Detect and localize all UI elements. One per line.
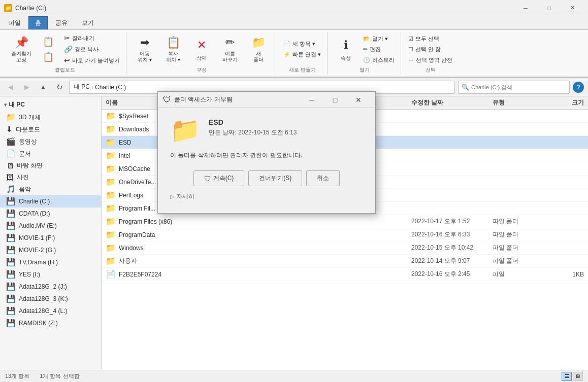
quick-access-button[interactable]: ⚡ 빠른 연결 ▾ xyxy=(281,50,323,59)
sidebar-item-movie2[interactable]: 💾 MOVIE-2 (G:) xyxy=(0,244,101,256)
table-row[interactable]: 📁 사용자 2022-10-14 오후 9:07 파일 폴더 xyxy=(102,255,588,268)
edit-button[interactable]: ✏ 편집 xyxy=(361,45,397,54)
move-button[interactable]: ➡ 이동 위치 ▾ xyxy=(132,34,158,64)
help-button[interactable]: ? xyxy=(573,82,584,93)
properties-icon: ℹ xyxy=(338,37,354,53)
sidebar-mypc-header[interactable]: ▾ 내 PC xyxy=(0,98,101,111)
sidebar-item-adata4[interactable]: 💾 Adata128G_4 (L:) xyxy=(0,305,101,317)
item-count: 13개 항목 xyxy=(5,372,29,380)
sidebar-item-adata2[interactable]: 💾 Adata128G_2 (J:) xyxy=(0,281,101,293)
back-button[interactable]: ◀ xyxy=(4,81,17,94)
dialog-minimize-button[interactable]: ─ xyxy=(300,92,323,108)
copy-to-icon: 📋 xyxy=(165,36,181,49)
rename-button[interactable]: ✏ 이름 바꾸기 xyxy=(217,34,243,64)
open-label: 열기 xyxy=(360,66,370,74)
new-folder-button[interactable]: 📁 새 폴더 xyxy=(245,34,272,64)
shortcut-button[interactable]: ↩ 바로 가기 붙여넣기 xyxy=(62,55,122,65)
download-icon: ⬇ xyxy=(6,125,13,134)
dialog-cancel-button[interactable]: 취소 xyxy=(306,170,340,186)
sidebar-item-doc[interactable]: 📄 문서 xyxy=(0,148,101,160)
dialog-folder-date-value: 2022-10-15 오전 6:13 xyxy=(238,129,297,136)
invert-selection-button[interactable]: ↔ 선택 영역 반전 xyxy=(406,55,454,65)
open-icon: 📂 xyxy=(363,36,370,42)
table-row[interactable]: 📁 Windows 2022-10-15 오후 10:42 파일 폴더 xyxy=(102,241,588,255)
path-copy-label: 경로 복사 xyxy=(75,46,99,53)
close-button[interactable]: ✕ xyxy=(561,0,584,16)
new-folder-icon: 📁 xyxy=(250,36,267,49)
pin-button[interactable]: 📌 즐겨찾기 고정 xyxy=(8,34,35,64)
select-all-button[interactable]: ☑ 모두 선택 xyxy=(406,34,454,44)
clipboard-label: 클립보드 xyxy=(55,66,75,74)
search-input[interactable] xyxy=(471,84,566,90)
dialog-details[interactable]: ▷ 자세히 xyxy=(170,190,363,203)
file-type: 파일 폴더 xyxy=(493,257,543,265)
organize-label: 구성 xyxy=(197,66,207,74)
sidebar-item-audiomv-label: Audio,MV (E:) xyxy=(19,222,57,229)
copy-to-button[interactable]: 📋 복사 위치 ▾ xyxy=(160,34,186,64)
up-button[interactable]: ▲ xyxy=(37,81,50,94)
sidebar-item-video[interactable]: 🎬 동영상 xyxy=(0,135,101,148)
explorer-window: 📁 Charlie (C:) ─ □ ✕ 파일 홈 공유 보기 📌 즐겨찾기 고… xyxy=(0,0,588,382)
tab-home[interactable]: 홈 xyxy=(28,16,48,29)
new-item-button[interactable]: 📄 새 항목 ▾ xyxy=(281,39,323,49)
select-group: ☑ 모두 선택 ☐ 선택 안 함 ↔ 선택 영역 반전 선택 xyxy=(402,32,459,75)
open-group-content: ℹ 속성 📂 열기 ▾ ✏ 편집 🕒 xyxy=(333,33,397,65)
cut-button[interactable]: ✂ 잘라내기 xyxy=(62,33,122,43)
sidebar-item-ramdisk[interactable]: 💾 RAMDISK (Z:) xyxy=(0,317,101,329)
header-date[interactable]: 수정한 날짜 xyxy=(411,98,493,107)
properties-button[interactable]: ℹ 속성 xyxy=(333,34,359,64)
file-type: 파일 xyxy=(493,270,543,279)
dialog-title: 폴더 액세스가 거부됨 xyxy=(174,95,297,104)
sidebar-item-adata3[interactable]: 💾 Adata128G_3 (K:) xyxy=(0,293,101,305)
header-type[interactable]: 유형 xyxy=(493,98,543,107)
header-size[interactable]: 크기 xyxy=(543,98,584,107)
table-row[interactable]: 📁 Program Files (x86) 2022-10-17 오후 1:52… xyxy=(102,215,588,228)
dialog-continue-button[interactable]: 🛡 계속(C) xyxy=(193,170,245,186)
new-group-content: 📄 새 항목 ▾ ⚡ 빠른 연결 ▾ xyxy=(281,33,323,65)
select-all-label: 모두 선택 xyxy=(415,35,439,43)
copy-button[interactable]: 📋 xyxy=(37,34,60,49)
forward-button[interactable]: ▶ xyxy=(20,81,34,94)
delete-button[interactable]: ✕ 삭제 xyxy=(188,34,215,64)
paste-button[interactable]: 📋 xyxy=(37,50,60,64)
refresh-button[interactable]: ↻ xyxy=(53,81,66,94)
sidebar-item-audiomv[interactable]: 💾 Audio,MV (E:) xyxy=(0,220,101,232)
details-view-button[interactable]: ☰ xyxy=(562,372,572,381)
path-pc: 내 PC xyxy=(74,83,90,91)
sidebar-item-3d[interactable]: 📁 3D 개체 xyxy=(0,111,101,123)
history-button[interactable]: 🕒 히스토리 xyxy=(361,55,397,65)
search-box[interactable]: 🔍 xyxy=(458,81,570,94)
minimize-button[interactable]: ─ xyxy=(514,0,537,16)
tab-share[interactable]: 공유 xyxy=(49,16,74,29)
table-row[interactable]: 📁 ProgramData 2022-10-16 오후 6:33 파일 폴더 xyxy=(102,228,588,241)
sidebar-item-music[interactable]: 🎵 음악 xyxy=(0,183,101,195)
path-copy-button[interactable]: 🔗 경로 복사 xyxy=(62,44,122,54)
open-button[interactable]: 📂 열기 ▾ xyxy=(361,34,397,44)
file-size: 1KB xyxy=(543,271,584,278)
tab-view[interactable]: 보기 xyxy=(75,16,101,29)
sidebar-item-charlie[interactable]: 💾 Charlie (C:) xyxy=(0,195,101,207)
paste-icon: 📋 xyxy=(43,51,54,62)
sidebar-item-yes[interactable]: 💾 YES (I:) xyxy=(0,268,101,281)
file-name: Windows xyxy=(119,245,411,252)
sidebar-item-download[interactable]: ⬇ 다운로드 xyxy=(0,123,101,135)
dialog-skip-button[interactable]: 건너뛰기(S) xyxy=(248,170,302,186)
file-date: 2022-10-14 오후 9:07 xyxy=(411,257,493,265)
large-icon-view-button[interactable]: ⊞ xyxy=(573,372,583,381)
new-item-icon: 📄 xyxy=(283,41,290,47)
sidebar-item-tvdrama[interactable]: 💾 TV,Drama (H:) xyxy=(0,256,101,268)
sidebar-item-desktop[interactable]: 🖥 바탕 화면 xyxy=(0,160,101,171)
file-type: 파일 폴더 xyxy=(493,230,543,239)
movie2-icon: 💾 xyxy=(6,246,16,255)
sidebar-item-cdata[interactable]: 💾 CDATA (D:) xyxy=(0,207,101,220)
table-row[interactable]: 📄 F2B2E5F07224 2022-10-16 오후 2:45 파일 1KB xyxy=(102,268,588,281)
sidebar-item-movie1[interactable]: 💾 MOVIE-1 (F:) xyxy=(0,232,101,244)
select-none-button[interactable]: ☐ 선택 안 함 xyxy=(406,45,454,54)
chevron-right-icon: ▷ xyxy=(170,193,174,200)
maximize-button[interactable]: □ xyxy=(537,0,561,16)
dialog-close-button[interactable]: ✕ xyxy=(347,92,370,108)
file-date: 2022-10-16 오후 6:33 xyxy=(411,230,493,239)
dialog-maximize-button[interactable]: □ xyxy=(323,92,347,108)
sidebar-item-pic[interactable]: 🖼 사진 xyxy=(0,171,101,183)
tab-file[interactable]: 파일 xyxy=(2,16,27,29)
